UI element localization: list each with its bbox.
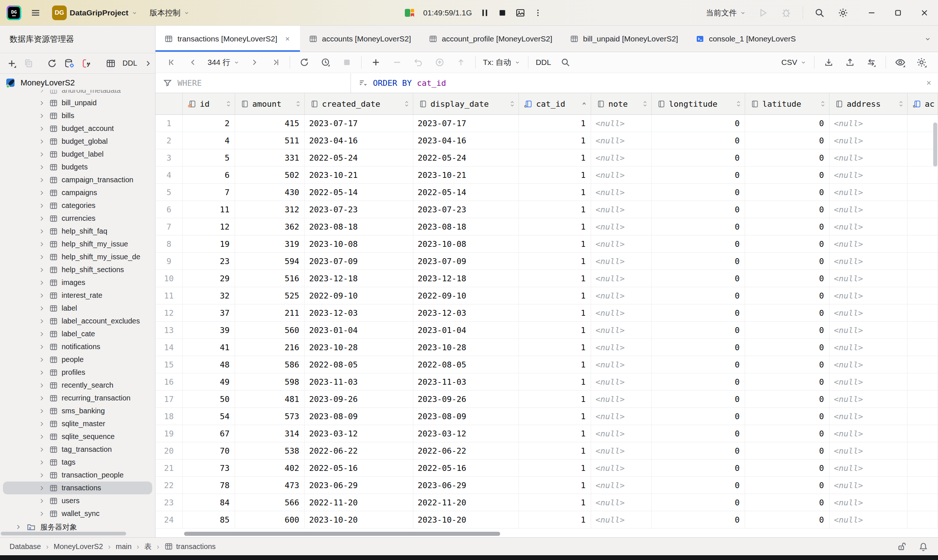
chevron-right-icon[interactable] xyxy=(38,138,46,145)
cell-amount[interactable]: 560 xyxy=(235,322,305,338)
cell-cat_id[interactable]: 1 xyxy=(519,253,591,269)
cell-longtitude[interactable]: 0 xyxy=(652,218,745,235)
cell-created_date[interactable]: 2023-08-18 xyxy=(305,218,413,235)
cell-ac[interactable] xyxy=(907,356,938,373)
cell-id[interactable]: 11 xyxy=(183,201,235,218)
export-format-selector[interactable]: CSV xyxy=(781,58,807,67)
cell-ac[interactable] xyxy=(907,477,938,494)
cell-ac[interactable] xyxy=(907,460,938,476)
cell-longtitude[interactable]: 0 xyxy=(652,253,745,269)
table-view-icon[interactable] xyxy=(106,57,116,71)
chevron-right-icon[interactable] xyxy=(38,279,46,286)
sidebar-item-budget_label[interactable]: budget_label xyxy=(3,148,152,161)
cell-note[interactable]: <null> xyxy=(591,339,652,356)
cell-created_date[interactable]: 2022-08-05 xyxy=(305,356,413,373)
sidebar-item-sms_banking[interactable]: sms_banking xyxy=(3,405,152,417)
cell-address[interactable]: <null> xyxy=(829,425,907,442)
cell-id[interactable]: 78 xyxy=(183,477,235,494)
cell-display_date[interactable]: 2022-08-05 xyxy=(413,356,519,373)
settings-gear-icon[interactable] xyxy=(836,6,850,20)
chevron-right-icon[interactable] xyxy=(38,176,46,184)
cell-latitude[interactable]: 0 xyxy=(745,287,829,304)
row-number[interactable]: 16 xyxy=(155,373,183,390)
row-number[interactable]: 4 xyxy=(155,166,183,183)
cell-address[interactable]: <null> xyxy=(829,270,907,287)
sidebar-item-transactions[interactable]: transactions xyxy=(3,482,152,494)
row-number[interactable]: 19 xyxy=(155,425,183,442)
cell-latitude[interactable]: 0 xyxy=(745,235,829,252)
cell-address[interactable]: <null> xyxy=(829,149,907,166)
submit-icon[interactable] xyxy=(433,55,447,69)
cell-note[interactable]: <null> xyxy=(591,218,652,235)
import-upload-icon[interactable] xyxy=(843,55,857,69)
row-number[interactable]: 8 xyxy=(155,235,183,252)
sidebar-item-recently_search[interactable]: recently_search xyxy=(3,379,152,392)
previous-page-icon[interactable] xyxy=(186,55,200,69)
cell-address[interactable]: <null> xyxy=(829,235,907,252)
column-header-longtitude[interactable]: longtitude xyxy=(652,93,745,114)
cell-display_date[interactable]: 2022-06-22 xyxy=(413,442,519,459)
notifications-bell-icon[interactable] xyxy=(918,541,929,552)
cell-amount[interactable]: 594 xyxy=(235,253,305,269)
cell-cat_id[interactable]: 1 xyxy=(519,339,591,356)
cell-created_date[interactable]: 2023-10-21 xyxy=(305,166,413,183)
cell-note[interactable]: <null> xyxy=(591,115,652,132)
cell-amount[interactable]: 211 xyxy=(235,305,305,321)
breadcrumb-item[interactable]: 表 xyxy=(145,542,152,552)
column-header-address[interactable]: address xyxy=(829,93,907,114)
cell-ac[interactable] xyxy=(907,305,938,321)
tab-list-dropdown-icon[interactable] xyxy=(918,26,938,52)
row-number[interactable]: 9 xyxy=(155,253,183,269)
cell-latitude[interactable]: 0 xyxy=(745,408,829,425)
row-number[interactable]: 21 xyxy=(155,460,183,476)
cell-cat_id[interactable]: 1 xyxy=(519,408,591,425)
cell-longtitude[interactable]: 0 xyxy=(652,511,745,528)
cell-cat_id[interactable]: 1 xyxy=(519,511,591,528)
tab-bill-unpaid[interactable]: bill_unpaid [MoneyLoverS2] xyxy=(561,26,687,52)
cell-display_date[interactable]: 2023-11-03 xyxy=(413,373,519,390)
cell-display_date[interactable]: 2022-09-10 xyxy=(413,287,519,304)
cell-amount[interactable]: 573 xyxy=(235,408,305,425)
cell-created_date[interactable]: 2022-05-14 xyxy=(305,184,413,201)
cell-display_date[interactable]: 2023-04-16 xyxy=(413,132,519,149)
cell-created_date[interactable]: 2023-01-04 xyxy=(305,322,413,338)
cell-display_date[interactable]: 2023-08-09 xyxy=(413,408,519,425)
cell-address[interactable]: <null> xyxy=(829,373,907,390)
cell-ac[interactable] xyxy=(907,494,938,511)
row-number[interactable]: 3 xyxy=(155,149,183,166)
cell-created_date[interactable]: 2022-11-20 xyxy=(305,494,413,511)
chevron-right-icon[interactable] xyxy=(38,331,46,338)
cell-display_date[interactable]: 2023-10-20 xyxy=(413,511,519,528)
column-header-created_date[interactable]: created_date xyxy=(305,93,413,114)
cell-address[interactable]: <null> xyxy=(829,477,907,494)
sidebar-item-campaigns[interactable]: campaigns xyxy=(3,186,152,199)
cell-cat_id[interactable]: 1 xyxy=(519,287,591,304)
chevron-right-icon[interactable] xyxy=(38,241,46,248)
column-header-cat_id[interactable]: cat_id xyxy=(519,93,591,114)
cell-cat_id[interactable]: 1 xyxy=(519,305,591,321)
cell-created_date[interactable]: 2023-09-26 xyxy=(305,391,413,408)
cell-address[interactable]: <null> xyxy=(829,460,907,476)
cell-note[interactable]: <null> xyxy=(591,253,652,269)
cell-id[interactable]: 48 xyxy=(183,356,235,373)
row-number[interactable]: 20 xyxy=(155,442,183,459)
cell-longtitude[interactable]: 0 xyxy=(652,391,745,408)
cell-amount[interactable]: 502 xyxy=(235,166,305,183)
chevron-right-icon[interactable] xyxy=(38,420,46,428)
commit-icon[interactable] xyxy=(454,55,468,69)
ddl-toggle[interactable]: DDL xyxy=(123,59,137,68)
sort-ascending-icon[interactable] xyxy=(581,100,587,108)
tab-transactions[interactable]: transactions [MoneyLoverS2] xyxy=(155,26,300,52)
run-icon[interactable] xyxy=(756,6,770,20)
cell-cat_id[interactable]: 1 xyxy=(519,184,591,201)
cell-address[interactable]: <null> xyxy=(829,184,907,201)
sidebar-item-label_cate[interactable]: label_cate xyxy=(3,328,152,340)
row-number[interactable]: 18 xyxy=(155,408,183,425)
chevron-right-icon[interactable] xyxy=(38,112,46,120)
chevron-right-icon[interactable] xyxy=(38,485,46,492)
debug-icon[interactable] xyxy=(779,6,793,20)
cell-address[interactable]: <null> xyxy=(829,218,907,235)
chevron-right-icon[interactable] xyxy=(38,151,46,158)
last-page-icon[interactable] xyxy=(268,55,282,69)
kebab-menu-icon[interactable] xyxy=(534,8,542,17)
